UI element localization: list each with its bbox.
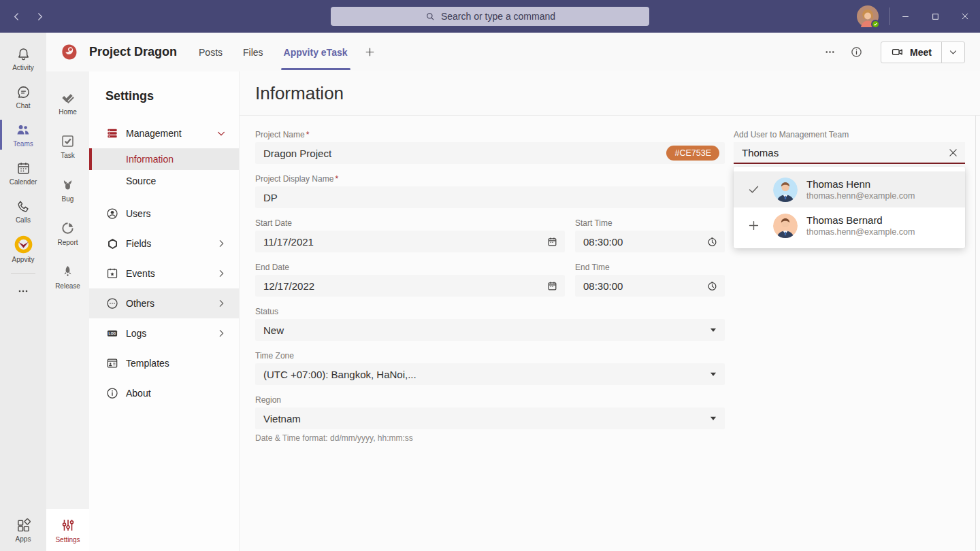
bug-icon (60, 177, 76, 193)
bell-icon (16, 46, 31, 62)
rail-label: Appvity (12, 256, 35, 263)
field-end-time: End Time 08:30:00 (575, 263, 725, 297)
rail-label: Activity (12, 64, 34, 71)
field-status: Status New (255, 307, 725, 341)
settings-sliders-icon (60, 517, 76, 533)
meet-button[interactable]: Meet (881, 42, 941, 63)
history-nav (8, 8, 48, 24)
tab-files[interactable]: Files (243, 33, 263, 71)
clock-picker-icon[interactable] (706, 280, 718, 292)
nav-item-source[interactable]: Source (89, 170, 239, 192)
add-tab-button[interactable] (364, 46, 376, 58)
rail-item-calendar[interactable]: Calender (0, 154, 46, 192)
nav-item-management[interactable]: Management (89, 118, 239, 148)
sidebar-item-task[interactable]: Task (46, 124, 89, 168)
chevron-down-icon (216, 128, 227, 139)
nav-item-logs[interactable]: Logs (89, 318, 239, 348)
sidebar-item-bug[interactable]: Bug (46, 168, 89, 212)
rail-label: Chat (16, 102, 30, 110)
user-suggestion-row[interactable]: Thomas Bernard thomas.henn@example.com (734, 207, 965, 244)
scrollbar[interactable] (975, 116, 980, 551)
end-time-input[interactable]: 08:30:00 (575, 275, 725, 297)
command-search-input[interactable]: Search or type a command (331, 7, 649, 26)
project-name-input[interactable]: Dragon Project #CE753E (255, 142, 725, 164)
user-suggestion-row[interactable]: Thomas Henn thomas.henn@example.com (734, 171, 965, 207)
phone-icon (16, 199, 31, 214)
tab-posts[interactable]: Posts (199, 33, 223, 71)
nav-item-events[interactable]: Events (89, 258, 239, 288)
nav-item-about[interactable]: About (89, 378, 239, 408)
end-date-input[interactable]: 12/17/2022 (255, 275, 565, 297)
nav-item-users[interactable]: Users (89, 199, 239, 229)
home-icon (60, 90, 76, 105)
fields-icon (105, 237, 119, 250)
calendar-picker-icon[interactable] (546, 236, 558, 248)
search-icon (425, 11, 436, 22)
required-asterisk: * (306, 130, 310, 139)
users-icon (105, 207, 119, 220)
events-icon (105, 267, 119, 280)
more-options-button[interactable] (823, 46, 836, 59)
region-select[interactable]: Vietnam (255, 407, 725, 429)
close-button[interactable] (950, 0, 980, 33)
appvity-logo-icon (14, 235, 33, 254)
rail-item-teams[interactable]: Teams (0, 116, 46, 154)
field-region: Region Vietnam Date & Time format: dd/mm… (255, 395, 725, 443)
sidebar-item-release[interactable]: Release (46, 255, 89, 299)
rail-item-apps[interactable]: Apps (0, 513, 46, 551)
nav-item-information[interactable]: Information (89, 148, 239, 170)
project-color-badge[interactable]: #CE753E (666, 146, 719, 161)
sidebar-item-settings[interactable]: Settings (46, 509, 89, 551)
settings-nav-title: Settings (89, 71, 239, 118)
sidebar-item-home[interactable]: Home (46, 81, 89, 124)
channel-tabs: Posts Files Appvity eTask (199, 33, 347, 71)
meet-options-button[interactable] (941, 42, 964, 63)
rail-item-appvity[interactable]: Appvity (0, 230, 46, 268)
nav-spacer (89, 192, 239, 199)
field-start-time: Start Time 08:30:00 (575, 218, 725, 252)
minimize-button[interactable] (890, 0, 920, 33)
start-date-input[interactable]: 11/17/2021 (255, 231, 565, 252)
nav-item-fields[interactable]: Fields (89, 229, 239, 258)
rail-more-button[interactable] (0, 280, 46, 303)
report-icon (60, 220, 76, 236)
clock-picker-icon[interactable] (706, 236, 718, 248)
back-button[interactable] (8, 8, 24, 24)
status-available-icon (871, 20, 880, 29)
calendar-icon (16, 161, 31, 176)
information-form: Project Name* Dragon Project #CE753E Pro… (255, 130, 725, 453)
clear-search-icon[interactable] (947, 147, 959, 158)
chevron-right-icon (216, 298, 227, 309)
field-end-date: End Date 12/17/2022 (255, 263, 565, 297)
camera-icon (891, 46, 904, 59)
add-user-search-input[interactable] (734, 142, 965, 163)
maximize-button[interactable] (920, 0, 950, 33)
user-avatar[interactable] (857, 5, 879, 27)
tab-appvity-etask[interactable]: Appvity eTask (284, 33, 348, 71)
avatar (773, 214, 798, 238)
rail-item-chat[interactable]: Chat (0, 78, 46, 116)
timezone-select[interactable]: (UTC +07:00): Bangkok, HaNoi,... (255, 363, 725, 385)
start-time-input[interactable]: 08:30:00 (575, 231, 725, 252)
avatar (773, 178, 798, 202)
rail-item-calls[interactable]: Calls (0, 192, 46, 230)
sidebar-item-report[interactable]: Report (46, 212, 89, 255)
nav-item-others[interactable]: Others (89, 288, 239, 318)
calendar-picker-icon[interactable] (546, 280, 558, 292)
field-timezone: Time Zone (UTC +07:00): Bangkok, HaNoi,.… (255, 351, 725, 385)
channel-header: Project Dragon Posts Files Appvity eTask… (46, 33, 980, 71)
datetime-format-note: Date & Time format: dd/mm/yyyy, hh:mm:ss (255, 433, 725, 443)
page-header: Information (240, 71, 980, 116)
about-icon (105, 386, 119, 400)
chevron-right-icon (216, 268, 227, 279)
dragon-logo-icon (60, 43, 78, 61)
rail-item-activity[interactable]: Activity (0, 39, 46, 78)
info-icon[interactable] (850, 46, 863, 59)
required-asterisk: * (335, 174, 338, 184)
forward-button[interactable] (31, 8, 48, 24)
app-rail: Activity Chat Teams Calender Calls Appvi… (0, 33, 46, 551)
display-name-input[interactable]: DP (255, 186, 725, 208)
nav-item-templates[interactable]: Templates (89, 348, 239, 378)
task-icon (60, 133, 76, 149)
status-select[interactable]: New (255, 319, 725, 341)
